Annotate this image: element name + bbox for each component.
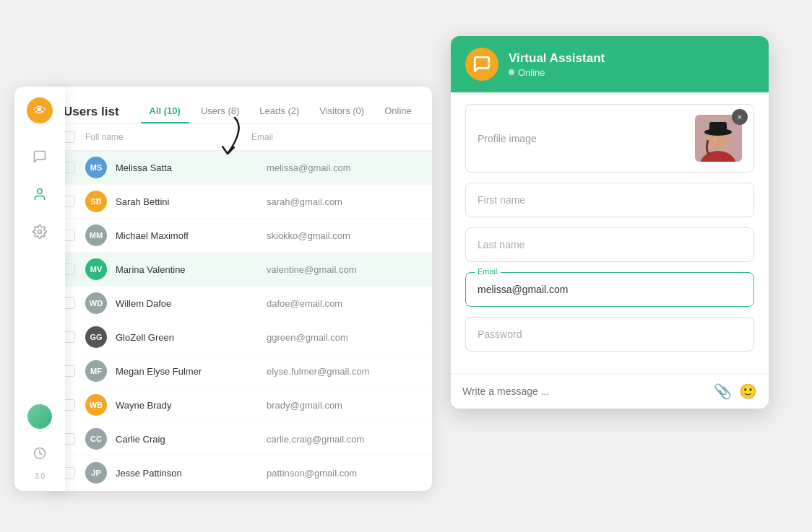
row-name: Willem Dafoe — [116, 298, 267, 309]
table-row[interactable]: WB Wayne Brady brady@gmail.com — [49, 388, 432, 422]
row-name: Sarah Bettini — [116, 196, 267, 207]
sidebar-item-settings[interactable] — [27, 219, 53, 245]
table-row[interactable]: GG GloZell Green ggreen@gmail.com — [49, 320, 432, 354]
row-checkbox[interactable] — [64, 263, 75, 275]
tab-leads[interactable]: Leads (2) — [251, 100, 308, 123]
row-checkbox[interactable] — [64, 331, 75, 343]
row-checkbox[interactable] — [64, 162, 75, 173]
row-avatar: WB — [85, 394, 107, 416]
row-checkbox[interactable] — [64, 467, 75, 479]
row-name: Wayne Brady — [116, 400, 267, 411]
password-group — [465, 317, 754, 352]
row-email: valentine@gmail.com — [267, 264, 418, 275]
table-row[interactable]: SB Sarah Bettini sarah@gmail.com — [49, 185, 432, 219]
row-checkbox[interactable] — [64, 365, 75, 377]
row-avatar: CC — [85, 428, 107, 450]
sidebar-item-clock[interactable] — [27, 440, 53, 466]
table-row[interactable]: MV Marina Valentine valentine@gmail.com — [49, 253, 432, 287]
row-email: brady@gmail.com — [267, 400, 418, 411]
user-avatar[interactable] — [27, 404, 52, 429]
page-title: Users list — [64, 105, 119, 119]
col-header-name: Full name — [85, 132, 251, 142]
table-row[interactable]: MS Melissa Satta melissa@gmail.com — [49, 151, 432, 185]
row-name: Melissa Satta — [116, 162, 267, 173]
row-avatar: MM — [85, 224, 107, 246]
sidebar-item-chat[interactable] — [27, 144, 53, 170]
first-name-field — [465, 183, 754, 217]
row-checkbox[interactable] — [64, 196, 75, 207]
tab-users[interactable]: Users (8) — [192, 100, 248, 123]
first-name-input[interactable] — [478, 194, 742, 206]
row-name: Marina Valentine — [116, 264, 267, 275]
main-content: Users list All (10) Users (8) Leads (2) … — [49, 87, 432, 491]
profile-image-field: Profile image — [465, 104, 754, 173]
table-header: Full name Email — [49, 124, 432, 151]
last-name-input[interactable] — [478, 239, 742, 250]
message-input[interactable] — [462, 385, 707, 397]
tab-all[interactable]: All (10) — [141, 100, 189, 123]
tab-agents[interactable]: Ag... — [423, 100, 432, 123]
row-email: pattinson@gmail.com — [267, 468, 418, 479]
profile-image-label: Profile image — [478, 133, 537, 144]
svg-point-1 — [38, 230, 42, 234]
row-checkbox[interactable] — [64, 297, 75, 309]
emoji-icon[interactable]: 🙂 — [739, 383, 757, 400]
table-row[interactable]: JP Jesse Pattinson pattinson@gmail.com — [49, 456, 432, 490]
email-field-label: Email — [475, 267, 501, 276]
chat-footer: 📎 🙂 — [451, 373, 769, 409]
assistant-name: Virtual Assistant — [509, 51, 605, 66]
chat-header: Virtual Assistant Online — [451, 36, 769, 92]
sidebar-bottom: 3.0 — [27, 404, 53, 480]
tab-visitors[interactable]: Visitors (0) — [311, 100, 373, 123]
row-name: Megan Elyse Fulmer — [116, 366, 267, 377]
assistant-avatar — [465, 48, 498, 81]
profile-image-group: Profile image — [465, 104, 754, 173]
first-name-group — [465, 183, 754, 217]
status-row: Online — [509, 67, 605, 78]
row-email: elyse.fulmer@gmail.com — [267, 366, 418, 377]
email-field: Email — [465, 272, 754, 307]
row-email: ggreen@gmail.com — [267, 332, 418, 343]
logo-icon[interactable]: 👁 — [27, 97, 53, 123]
table-row[interactable]: WD Willem Dafoe dafoe@email.com — [49, 287, 432, 320]
row-checkbox[interactable] — [64, 399, 75, 411]
select-all-checkbox[interactable] — [64, 131, 75, 143]
chat-panel: Virtual Assistant Online Profile image — [451, 36, 769, 409]
status-dot — [509, 69, 514, 75]
remove-image-button[interactable]: × — [732, 109, 748, 125]
row-name: GloZell Green — [116, 332, 267, 343]
tabs: All (10) Users (8) Leads (2) Visitors (0… — [141, 100, 432, 123]
main-header: Users list All (10) Users (8) Leads (2) … — [49, 87, 432, 124]
table-row[interactable]: MM Michael Maximoff skiokko@gmail.com — [49, 219, 432, 253]
row-avatar: JP — [85, 462, 107, 484]
row-email: carlie.craig@gmail.com — [267, 434, 418, 445]
row-email: melissa@gmail.com — [267, 162, 418, 173]
sidebar-item-users[interactable] — [27, 181, 53, 207]
tab-online[interactable]: Online — [376, 100, 420, 123]
last-name-group — [465, 227, 754, 262]
password-input[interactable] — [478, 328, 742, 340]
row-avatar: MS — [85, 157, 107, 178]
table-row[interactable]: CC Carlie Craig carlie.craig@gmail.com — [49, 422, 432, 456]
email-group: Email — [465, 272, 754, 307]
row-avatar: SB — [85, 191, 107, 212]
row-checkbox[interactable] — [64, 433, 75, 445]
attachment-icon[interactable]: 📎 — [714, 383, 732, 400]
email-input[interactable] — [478, 284, 742, 295]
status-text: Online — [518, 67, 545, 78]
last-name-field — [465, 227, 754, 262]
row-email: skiokko@gmail.com — [267, 230, 418, 241]
svg-point-8 — [713, 138, 716, 141]
row-name: Michael Maximoff — [116, 230, 267, 241]
row-checkbox[interactable] — [64, 230, 75, 241]
table-body: MS Melissa Satta melissa@gmail.com SB Sa… — [49, 151, 432, 490]
row-email: sarah@gmail.com — [267, 196, 418, 207]
chat-body: Profile image — [451, 92, 769, 373]
row-avatar: GG — [85, 326, 107, 348]
row-avatar: WD — [85, 292, 107, 314]
row-name: Jesse Pattinson — [116, 468, 267, 479]
svg-rect-7 — [709, 122, 727, 134]
table-row[interactable]: MF Megan Elyse Fulmer elyse.fulmer@gmail… — [49, 354, 432, 388]
col-header-email: Email — [251, 132, 418, 142]
row-email: dafoe@email.com — [267, 298, 418, 309]
